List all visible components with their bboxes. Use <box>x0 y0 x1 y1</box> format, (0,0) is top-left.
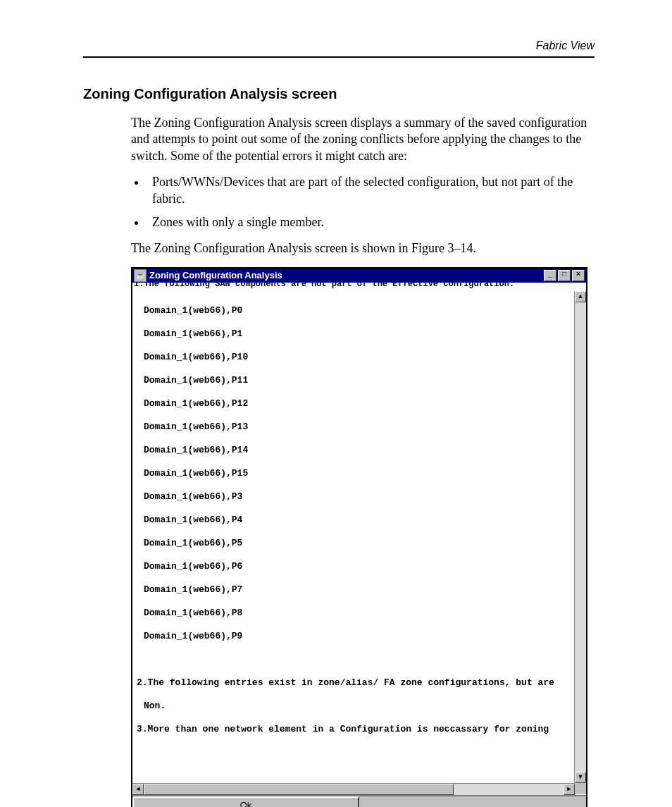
analysis-msg2: 2.The following entries exist in zone/al… <box>137 677 574 689</box>
truncated-top-line: 1.The following SAN components are not p… <box>132 283 586 291</box>
scroll-left-icon[interactable]: ◄ <box>132 784 144 795</box>
analysis-line: Domain_1(web66),P12 <box>137 398 574 410</box>
analysis-blank <box>137 653 574 666</box>
scroll-track[interactable] <box>454 784 564 795</box>
analysis-msg3: 3.More than one network element in a Con… <box>137 723 574 736</box>
vertical-scrollbar[interactable]: ▲ ▼ <box>575 291 586 783</box>
close-button[interactable]: × <box>572 270 585 281</box>
list-item: Ports/WWNs/Devices that are part of the … <box>147 174 595 207</box>
list-item: Zones with only a single member. <box>147 214 595 230</box>
analysis-window: ☕ Zoning Configuration Analysis _ □ × 1.… <box>131 267 587 807</box>
analysis-line: Domain_1(web66),P11 <box>137 374 574 387</box>
analysis-msg2b: Non. <box>137 700 574 713</box>
button-row-spacer <box>359 796 586 807</box>
header-rule <box>83 56 595 58</box>
section-title: Zoning Configuration Analysis screen <box>83 86 595 102</box>
horizontal-scrollbar[interactable]: ◄ ► <box>132 783 575 795</box>
analysis-line: Domain_1(web66),P9 <box>137 630 574 643</box>
scroll-corner <box>575 783 586 794</box>
minimize-button[interactable]: _ <box>544 270 556 281</box>
lead-out-paragraph: The Zoning Configuration Analysis screen… <box>131 240 595 257</box>
window-titlebar: ☕ Zoning Configuration Analysis _ □ × <box>132 269 586 283</box>
analysis-blank <box>137 746 574 759</box>
analysis-text-pane: Domain_1(web66),P0 Domain_1(web66),P1 Do… <box>132 291 575 783</box>
analysis-line: Domain_1(web66),P15 <box>137 467 574 480</box>
analysis-line: Domain_1(web66),P10 <box>137 351 574 364</box>
analysis-line: Domain_1(web66),P3 <box>137 491 574 503</box>
analysis-line: Domain_1(web66),P5 <box>137 537 574 550</box>
analysis-line: Domain_1(web66),P1 <box>137 328 574 340</box>
ok-button[interactable]: Ok <box>132 796 359 807</box>
maximize-button[interactable]: □ <box>558 270 571 281</box>
scroll-thumb[interactable] <box>144 784 454 795</box>
scroll-up-icon[interactable]: ▲ <box>575 291 586 302</box>
analysis-line: Domain_1(web66),P4 <box>137 514 574 526</box>
header-breadcrumb: Fabric View <box>83 39 595 52</box>
java-icon: ☕ <box>134 269 147 282</box>
intro-paragraph: The Zoning Configuration Analysis screen… <box>131 115 595 164</box>
analysis-line: Domain_1(web66),P7 <box>137 584 574 596</box>
analysis-line: Domain_1(web66),P0 <box>137 304 574 317</box>
scroll-track[interactable] <box>575 302 586 772</box>
analysis-line: Domain_1(web66),P13 <box>137 421 574 433</box>
analysis-line: Domain_1(web66),P8 <box>137 607 574 620</box>
analysis-line: Domain_1(web66),P14 <box>137 444 574 457</box>
bullet-list: Ports/WWNs/Devices that are part of the … <box>131 174 595 230</box>
button-row: Ok <box>132 795 586 807</box>
analysis-line: Domain_1(web66),P6 <box>137 560 574 573</box>
window-title: Zoning Configuration Analysis <box>149 270 544 281</box>
scroll-right-icon[interactable]: ► <box>564 784 575 795</box>
scroll-down-icon[interactable]: ▼ <box>575 772 586 783</box>
